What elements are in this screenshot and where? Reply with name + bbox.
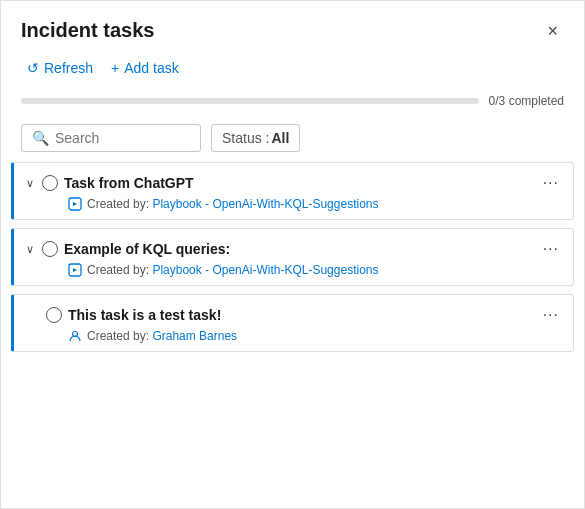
close-button[interactable]: × [541,20,564,42]
status-filter-label: Status : [222,130,269,146]
task-expand-button[interactable]: ∨ [24,241,36,258]
search-input[interactable] [55,130,190,146]
task-meta: Created by: Playbook - OpenAi-With-KQL-S… [24,263,563,277]
user-icon [68,329,82,343]
task-status-circle[interactable] [42,241,58,257]
task-creator-text: Created by: Graham Barnes [87,329,237,343]
incident-tasks-panel: Incident tasks × ↺ Refresh + Add task 0/… [0,0,585,509]
task-creator-text: Created by: Playbook - OpenAi-With-KQL-S… [87,263,378,277]
add-icon: + [111,60,119,76]
task-creator-text: Created by: Playbook - OpenAi-With-KQL-S… [87,197,378,211]
playbook-icon [68,197,82,211]
task-more-button[interactable]: ··· [539,239,563,259]
add-task-label: Add task [124,60,178,76]
task-title: This task is a test task! [68,307,533,323]
panel-title: Incident tasks [21,19,154,42]
panel-header: Incident tasks × [1,1,584,52]
search-icon: 🔍 [32,130,49,146]
refresh-button[interactable]: ↺ Refresh [21,56,99,80]
task-item: This task is a test task! ··· Created by… [11,294,574,352]
task-item: ∨ Task from ChatGPT ··· Created by: Play… [11,162,574,220]
search-box[interactable]: 🔍 [21,124,201,152]
task-title: Example of KQL queries: [64,241,533,257]
refresh-label: Refresh [44,60,93,76]
toolbar: ↺ Refresh + Add task [1,52,584,90]
task-expand-button[interactable]: ∨ [24,175,36,192]
progress-section: 0/3 completed [1,90,584,114]
task-meta: Created by: Playbook - OpenAi-With-KQL-S… [24,197,563,211]
refresh-icon: ↺ [27,60,39,76]
status-filter-value: All [271,130,289,146]
task-status-circle[interactable] [46,307,62,323]
task-item: ∨ Example of KQL queries: ··· Created by… [11,228,574,286]
task-row: This task is a test task! ··· [24,305,563,325]
task-more-button[interactable]: ··· [539,173,563,193]
playbook-icon [68,263,82,277]
task-row: ∨ Example of KQL queries: ··· [24,239,563,259]
task-more-button[interactable]: ··· [539,305,563,325]
task-row: ∨ Task from ChatGPT ··· [24,173,563,193]
progress-label: 0/3 completed [489,94,564,108]
filters-row: 🔍 Status : All [1,114,584,162]
progress-bar-container: 0/3 completed [21,94,564,108]
status-filter-button[interactable]: Status : All [211,124,300,152]
task-meta: Created by: Graham Barnes [24,329,563,343]
add-task-button[interactable]: + Add task [105,56,185,80]
progress-bar-background [21,98,479,104]
task-title: Task from ChatGPT [64,175,533,191]
task-status-circle[interactable] [42,175,58,191]
tasks-list: ∨ Task from ChatGPT ··· Created by: Play… [1,162,584,508]
